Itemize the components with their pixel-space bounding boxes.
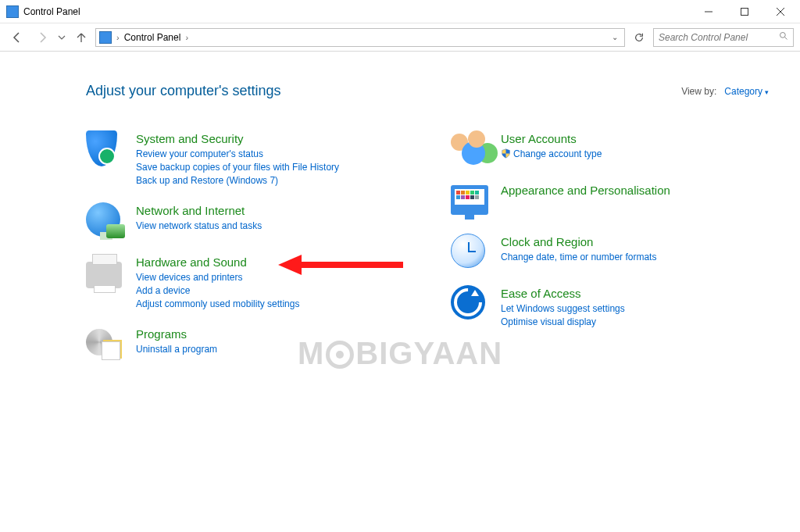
category-hardware-sound: Hardware and Sound View devices and prin… — [86, 254, 404, 312]
category-column-right: User Accounts Change account type — [451, 130, 769, 377]
chevron-right-icon[interactable]: › — [115, 33, 121, 42]
task-link[interactable]: Add a device — [136, 285, 299, 296]
task-link[interactable]: View devices and printers — [136, 272, 299, 283]
category-appearance: Appearance and Personalisation — [451, 182, 769, 220]
clock-region-icon — [451, 234, 491, 271]
breadcrumb[interactable]: Control Panel — [124, 32, 181, 43]
category-link-clock-region[interactable]: Clock and Region — [501, 235, 656, 248]
task-link[interactable]: Optimise visual display — [501, 316, 625, 327]
network-internet-icon — [86, 202, 127, 240]
content-area: Adjust your computer's settings View by:… — [0, 52, 800, 377]
svg-line-5 — [785, 37, 788, 40]
task-link[interactable]: Adjust commonly used mobility settings — [136, 298, 299, 309]
task-link[interactable]: Back up and Restore (Windows 7) — [136, 175, 339, 186]
breadcrumb-icon — [99, 31, 112, 44]
chevron-right-icon[interactable]: › — [184, 33, 190, 42]
ease-of-access-icon — [451, 285, 491, 323]
uac-shield-icon — [501, 148, 511, 159]
address-bar[interactable]: › Control Panel › ⌄ — [95, 28, 625, 47]
refresh-button[interactable] — [628, 28, 650, 47]
page-title: Adjust your computer's settings — [86, 83, 681, 99]
category-ease-of-access: Ease of Access Let Windows suggest setti… — [451, 285, 769, 330]
title-bar: Control Panel — [0, 0, 800, 23]
user-accounts-icon — [451, 130, 491, 168]
system-security-icon — [86, 130, 127, 168]
category-programs: Programs Uninstall a program — [86, 326, 404, 363]
task-link[interactable]: Uninstall a program — [136, 344, 217, 355]
category-link-user-accounts[interactable]: User Accounts — [501, 132, 602, 145]
search-icon — [779, 31, 788, 43]
category-clock-region: Clock and Region Change date, time or nu… — [451, 234, 769, 271]
viewby-value: Category — [724, 86, 762, 97]
viewby-label: View by: — [681, 86, 716, 97]
svg-rect-1 — [741, 8, 748, 15]
control-panel-icon — [6, 5, 19, 18]
category-link-system-security[interactable]: System and Security — [136, 132, 339, 145]
category-network-internet: Network and Internet View network status… — [86, 202, 404, 240]
hardware-sound-icon — [86, 254, 127, 291]
category-link-hardware-sound[interactable]: Hardware and Sound — [136, 255, 299, 269]
nav-toolbar: › Control Panel › ⌄ — [0, 23, 800, 52]
category-link-appearance[interactable]: Appearance and Personalisation — [501, 184, 670, 197]
forward-button[interactable] — [31, 27, 53, 48]
category-link-network-internet[interactable]: Network and Internet — [136, 204, 262, 217]
category-link-programs[interactable]: Programs — [136, 327, 217, 341]
programs-icon — [86, 326, 127, 363]
category-system-security: System and Security Review your computer… — [86, 130, 404, 188]
task-link[interactable]: View network status and tasks — [136, 220, 262, 231]
minimize-button[interactable] — [691, 0, 727, 23]
task-link[interactable]: Save backup copies of your files with Fi… — [136, 162, 339, 173]
svg-point-4 — [780, 33, 786, 38]
task-link[interactable]: Let Windows suggest settings — [501, 303, 625, 314]
task-label: Change account type — [513, 148, 602, 159]
task-link[interactable]: Change account type — [501, 148, 602, 159]
address-dropdown-button[interactable]: ⌄ — [609, 33, 621, 41]
task-link[interactable]: Change date, time or number formats — [501, 252, 656, 262]
category-link-ease-of-access[interactable]: Ease of Access — [501, 287, 625, 300]
close-button[interactable] — [762, 0, 798, 23]
up-button[interactable] — [70, 27, 92, 48]
search-input[interactable] — [659, 32, 779, 43]
back-button[interactable] — [6, 27, 28, 48]
appearance-icon — [451, 182, 491, 220]
viewby-dropdown[interactable]: Category▾ — [724, 86, 769, 97]
maximize-button[interactable] — [727, 0, 762, 23]
task-link[interactable]: Review your computer's status — [136, 148, 339, 159]
search-box[interactable] — [653, 28, 794, 47]
category-column-left: System and Security Review your computer… — [86, 130, 404, 377]
recent-locations-button[interactable] — [56, 34, 67, 41]
chevron-down-icon: ▾ — [765, 88, 769, 96]
window-title: Control Panel — [23, 6, 80, 17]
category-user-accounts: User Accounts Change account type — [451, 130, 769, 168]
window-caption-buttons — [691, 0, 798, 23]
